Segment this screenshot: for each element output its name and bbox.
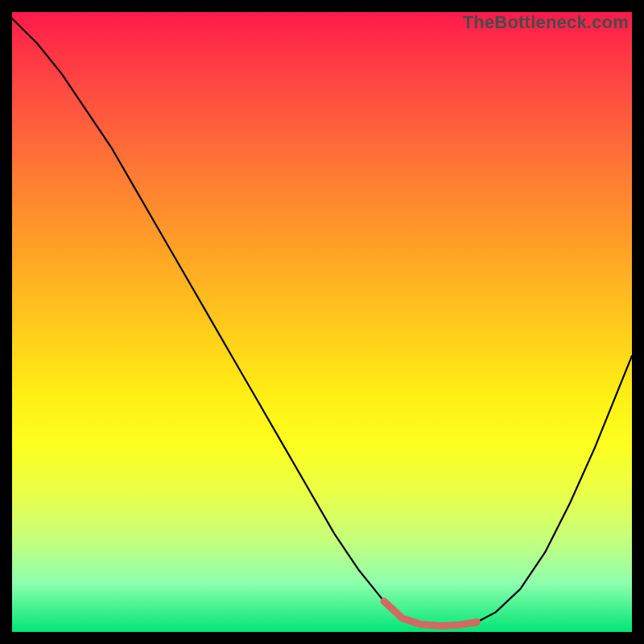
chart-frame: TheBottleneck.com [0,0,644,644]
bottleneck-curve [12,12,632,632]
gradient-plot-area: TheBottleneck.com [12,12,632,632]
